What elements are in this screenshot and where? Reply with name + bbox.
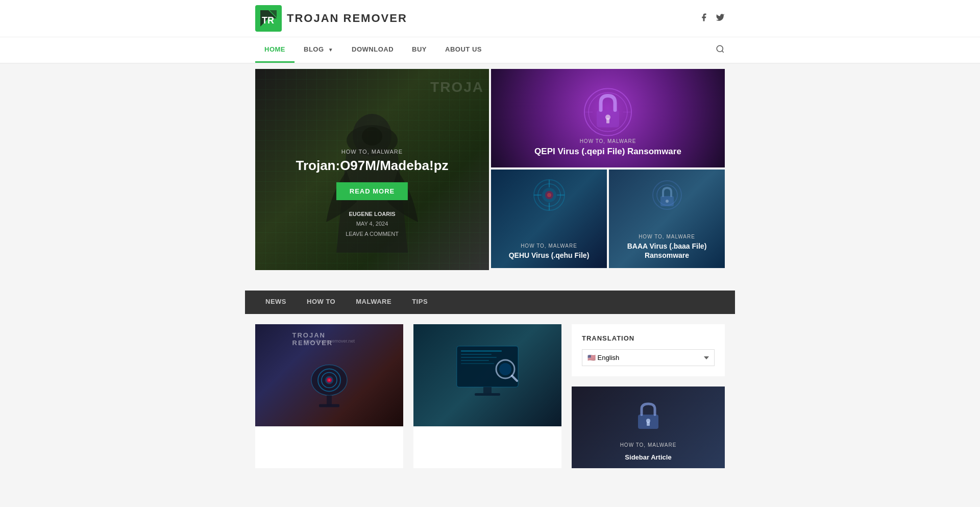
hero-main-card[interactable]: TROJA HOW TO, MALWARE Trojan:O97M/Madeba… — [255, 69, 489, 270]
filter-tab-news[interactable]: NEWS — [255, 291, 297, 314]
logo-icon: TR — [255, 5, 282, 32]
hero-bottom-cards: HOW TO, MALWARE QEHU Virus (.qehu File) — [491, 170, 725, 268]
site-navigation: HOME BLOG ▼ DOWNLOAD BUY ABOUT US — [0, 37, 980, 64]
drone-decoration — [529, 175, 570, 218]
sidebar: TRANSLATION 🇺🇸 English 🇪🇸 Español 🇫🇷 Fra… — [572, 324, 725, 468]
sidebar-article-card[interactable]: HOW TO, MALWARE Sidebar Article — [572, 387, 725, 468]
nav-item-blog[interactable]: BLOG ▼ — [295, 37, 342, 63]
hero-read-more-button[interactable]: READ MORE — [336, 182, 408, 200]
translation-widget: TRANSLATION 🇺🇸 English 🇪🇸 Español 🇫🇷 Fra… — [572, 324, 725, 376]
lock-icon-wrap — [582, 86, 633, 139]
svg-point-2 — [717, 45, 723, 52]
hero-main-category: HOW TO, MALWARE — [267, 149, 477, 155]
svg-text:TR: TR — [262, 15, 274, 26]
sidebar-lock-decoration — [630, 397, 666, 434]
hero-right-column: HOW TO, MALWARE QEPI Virus (.qepi File) … — [491, 69, 725, 268]
content-section: TROJAN REMOVER https://trojan-remover.ne… — [245, 324, 735, 468]
facebook-icon — [699, 13, 708, 22]
filter-tab-tips[interactable]: TIPS — [402, 291, 438, 314]
hero-qepi-category: HOW TO, MALWARE — [499, 138, 717, 144]
filter-tab-malware[interactable]: MALWARE — [346, 291, 402, 314]
svg-line-3 — [722, 51, 723, 52]
svg-point-42 — [499, 363, 511, 375]
svg-rect-36 — [461, 350, 502, 352]
hero-qehu-card[interactable]: HOW TO, MALWARE QEHU Virus (.qehu File) — [491, 170, 607, 268]
article-card-2[interactable] — [413, 324, 561, 468]
hero-qepi-content: HOW TO, MALWARE QEPI Virus (.qepi File) … — [491, 138, 725, 157]
article-2-thumb — [413, 324, 561, 426]
hero-qehu-title: QEHU Virus (.qehu File) — [496, 251, 602, 260]
camera-decoration — [299, 352, 360, 410]
nav-link-buy[interactable]: BUY — [403, 37, 436, 61]
language-select[interactable]: 🇺🇸 English 🇪🇸 Español 🇫🇷 Français 🇩🇪 Deu… — [582, 349, 715, 366]
blog-dropdown-arrow: ▼ — [328, 47, 333, 53]
svg-rect-44 — [483, 387, 492, 393]
article-card-1[interactable]: TROJAN REMOVER https://trojan-remover.ne… — [255, 324, 403, 468]
hero-qehu-category: HOW TO, MALWARE — [496, 243, 602, 249]
sidebar-article-title: Sidebar Article — [572, 453, 725, 461]
search-button[interactable] — [716, 44, 725, 56]
logo-text: TROJAN REMOVER — [287, 12, 407, 25]
hero-baaa-category: HOW TO, MALWARE — [614, 234, 720, 239]
search-icon — [716, 44, 725, 54]
hero-date: MAY 4, 2024 — [267, 219, 477, 229]
sidebar-article-category: HOW TO, MALWARE — [572, 442, 725, 448]
svg-point-26 — [666, 200, 669, 203]
hero-baaa-content: HOW TO, MALWARE BAAA Virus (.baaa File) … — [609, 234, 725, 260]
svg-rect-11 — [606, 118, 609, 123]
hero-author: EUGENE LOARIS — [267, 209, 477, 220]
nav-link-about[interactable]: ABOUT US — [436, 37, 491, 61]
hero-section: TROJA HOW TO, MALWARE Trojan:O97M/Madeba… — [245, 64, 735, 280]
nav-item-download[interactable]: DOWNLOAD — [342, 37, 403, 63]
nav-link-download[interactable]: DOWNLOAD — [342, 37, 403, 61]
hero-main-title: Trojan:O97M/Madeba!pz — [267, 158, 477, 174]
hero-main-content: HOW TO, MALWARE Trojan:O97M/Madeba!pz RE… — [267, 149, 477, 239]
svg-rect-38 — [461, 357, 497, 358]
social-links — [699, 13, 725, 25]
svg-point-18 — [547, 193, 551, 197]
filter-bar: NEWS HOW TO MALWARE TIPS — [245, 291, 735, 314]
twitter-icon — [716, 13, 725, 22]
article-1-url: https://trojan-remover.net — [304, 339, 355, 344]
hero-main-meta: EUGENE LOARIS MAY 4, 2024 LEAVE A COMMEN… — [267, 209, 477, 239]
nav-menu: HOME BLOG ▼ DOWNLOAD BUY ABOUT US — [255, 37, 491, 63]
hero-baaa-card[interactable]: HOW TO, MALWARE BAAA Virus (.baaa File) … — [609, 170, 725, 268]
nav-item-home[interactable]: HOME — [255, 37, 295, 63]
hero-baaa-title: BAAA Virus (.baaa File) Ransomware — [614, 242, 720, 260]
site-logo[interactable]: TR TROJAN REMOVER — [255, 5, 407, 32]
twitter-link[interactable] — [716, 13, 725, 25]
facebook-link[interactable] — [699, 13, 708, 25]
svg-rect-37 — [461, 354, 492, 355]
svg-rect-48 — [647, 422, 650, 426]
hero-watermark: TROJA — [430, 79, 484, 95]
site-header: TR TROJAN REMOVER — [0, 0, 980, 37]
filter-bar-inner: NEWS HOW TO MALWARE TIPS — [245, 291, 735, 314]
hero-grid: TROJA HOW TO, MALWARE Trojan:O97M/Madeba… — [255, 69, 725, 270]
nav-item-about[interactable]: ABOUT US — [436, 37, 491, 63]
svg-point-6 — [362, 127, 382, 146]
svg-rect-39 — [461, 360, 489, 361]
svg-rect-40 — [461, 363, 494, 364]
svg-rect-45 — [475, 393, 500, 396]
nav-link-home[interactable]: HOME — [255, 37, 295, 63]
translation-widget-title: TRANSLATION — [582, 334, 715, 342]
filter-tab-howto[interactable]: HOW TO — [297, 291, 346, 314]
article-1-thumb: TROJAN REMOVER https://trojan-remover.ne… — [255, 324, 403, 426]
nav-item-buy[interactable]: BUY — [403, 37, 436, 63]
shield-decoration — [647, 175, 688, 218]
hero-qepi-title: QEPI Virus (.qepi File) Ransomware — [499, 146, 717, 157]
svg-rect-34 — [319, 404, 339, 407]
hero-comment: LEAVE A COMMENT — [267, 229, 477, 239]
monitor-decoration — [447, 341, 528, 409]
svg-point-32 — [328, 379, 330, 381]
lock-icon — [582, 86, 633, 137]
hero-qepi-card[interactable]: HOW TO, MALWARE QEPI Virus (.qepi File) … — [491, 69, 725, 167]
nav-link-blog[interactable]: BLOG ▼ — [295, 37, 342, 61]
hero-qehu-content: HOW TO, MALWARE QEHU Virus (.qehu File) — [491, 243, 607, 260]
